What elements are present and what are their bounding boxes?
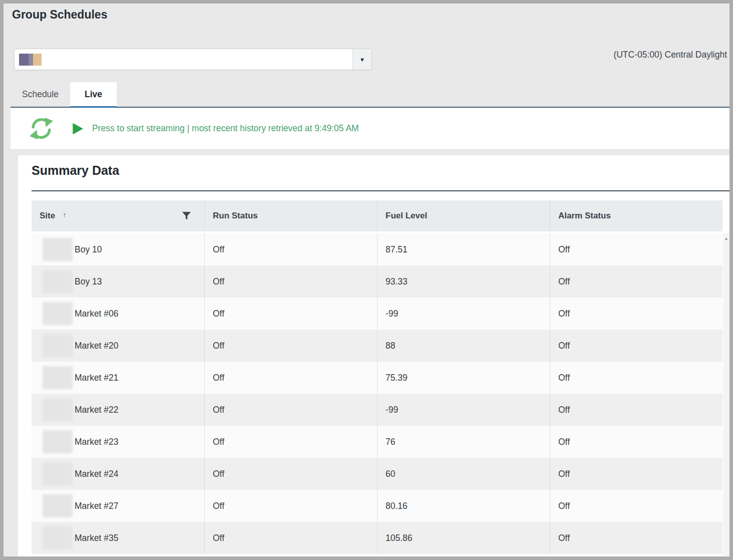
alarm-status-cell-text: Off <box>558 341 570 351</box>
site-cell-text: Market #06 <box>75 309 119 319</box>
site-cell: Boy 13 <box>32 265 204 298</box>
run-status-cell: Off <box>204 362 377 394</box>
fuel-level-cell: 87.51 <box>377 233 550 265</box>
alarm-status-cell: Off <box>550 362 722 394</box>
run-status-cell: Off <box>204 458 377 490</box>
site-cell-text: Market #24 <box>75 469 119 479</box>
fuel-level-cell-text: 75.39 <box>386 373 408 383</box>
summary-table: Site ↑ Run Status Fuel Level Alarm Statu… <box>32 200 722 556</box>
summary-data-heading: Summary Data <box>32 163 119 178</box>
site-cell: Market #20 <box>32 330 204 362</box>
fuel-level-cell: 88 <box>377 330 550 362</box>
stream-status-message[interactable]: Press to start streaming | most recent h… <box>92 123 359 134</box>
site-cell-text: Market #27 <box>75 501 119 511</box>
fuel-level-cell-text: 93.33 <box>386 276 408 287</box>
run-status-cell-text: Off <box>213 244 224 255</box>
table-scrollbar[interactable]: ▲ <box>723 233 729 556</box>
table-row[interactable]: Market #20Off88Off <box>32 330 722 362</box>
heading-divider <box>32 190 729 191</box>
fuel-level-cell-text: 88 <box>386 341 395 351</box>
alarm-status-cell: Off <box>550 265 722 298</box>
fuel-level-cell: 80.16 <box>377 490 550 522</box>
site-name-redacted-block <box>43 238 73 261</box>
sort-ascending-icon: ↑ <box>63 211 66 219</box>
site-cell-text: Boy 10 <box>75 244 102 255</box>
run-status-cell: Off <box>204 330 377 362</box>
site-cell-text: Market #23 <box>75 437 119 447</box>
alarm-status-cell-text: Off <box>558 437 570 447</box>
column-header-run-status[interactable]: Run Status <box>204 200 377 231</box>
run-status-cell: Off <box>204 233 377 265</box>
site-cell-text: Market #21 <box>75 373 119 383</box>
run-status-cell: Off <box>204 298 377 330</box>
tab-schedule[interactable]: Schedule <box>11 82 70 107</box>
run-status-cell: Off <box>204 265 377 298</box>
fuel-level-cell: 60 <box>377 458 550 490</box>
table-row[interactable]: Market #24Off60Off <box>32 458 722 490</box>
run-status-cell-text: Off <box>213 469 224 479</box>
table-row[interactable]: Market #21Off75.39Off <box>32 362 722 394</box>
site-cell-text: Market #22 <box>75 405 119 415</box>
selected-group-value-redacted <box>19 54 42 66</box>
column-label-site: Site <box>40 211 55 221</box>
column-header-alarm-status[interactable]: Alarm Status <box>550 200 722 231</box>
filter-icon[interactable] <box>182 212 191 220</box>
run-status-cell-text: Off <box>213 405 224 415</box>
run-status-cell-text: Off <box>213 533 224 543</box>
run-status-cell-text: Off <box>213 373 224 383</box>
chevron-down-icon: ▼ <box>359 57 365 63</box>
site-name-redacted-block <box>43 398 73 421</box>
site-name-redacted-block <box>43 494 73 517</box>
site-cell-text: Market #20 <box>75 341 119 351</box>
column-label-alarm-status: Alarm Status <box>558 211 611 221</box>
site-cell: Market #27 <box>32 490 204 522</box>
table-row[interactable]: Market #27Off80.16Off <box>32 490 722 522</box>
timezone-label: (UTC-05:00) Central Daylight <box>613 50 727 60</box>
fuel-level-cell: -99 <box>377 394 550 426</box>
site-cell: Market #35 <box>32 522 204 554</box>
site-cell-text: Market #35 <box>75 533 119 543</box>
run-status-cell: Off <box>204 522 377 554</box>
fuel-level-cell-text: 80.16 <box>386 501 408 511</box>
dropdown-button[interactable]: ▼ <box>352 49 372 70</box>
alarm-status-cell: Off <box>550 522 722 554</box>
alarm-status-cell: Off <box>550 298 722 330</box>
run-status-cell-text: Off <box>213 437 224 447</box>
site-cell: Boy 10 <box>32 233 204 265</box>
column-header-site[interactable]: Site ↑ <box>32 200 204 231</box>
group-selector-dropdown[interactable]: ▼ <box>14 49 372 70</box>
site-name-redacted-block <box>43 302 73 325</box>
summary-table-header: Site ↑ Run Status Fuel Level Alarm Statu… <box>32 200 722 231</box>
alarm-status-cell-text: Off <box>558 501 570 511</box>
site-cell-text: Boy 13 <box>75 276 102 287</box>
site-name-redacted-block <box>43 366 73 389</box>
tab-live[interactable]: Live <box>70 82 117 108</box>
table-row[interactable]: Boy 10Off87.51Off <box>32 233 722 265</box>
run-status-cell: Off <box>204 394 377 426</box>
site-name-redacted-block <box>43 334 73 357</box>
alarm-status-cell-text: Off <box>558 533 570 543</box>
alarm-status-cell: Off <box>550 426 722 458</box>
fuel-level-cell-text: 76 <box>386 437 395 447</box>
site-cell: Market #24 <box>32 458 204 490</box>
play-stream-button[interactable] <box>73 123 83 134</box>
column-label-run-status: Run Status <box>213 211 258 221</box>
alarm-status-cell: Off <box>550 394 722 426</box>
fuel-level-cell-text: 87.51 <box>386 244 408 255</box>
page-title: Group Schedules <box>12 8 107 22</box>
table-row[interactable]: Market #23Off76Off <box>32 426 722 458</box>
refresh-icon[interactable] <box>30 117 53 140</box>
alarm-status-cell-text: Off <box>558 309 570 319</box>
streaming-bar: Press to start streaming | most recent h… <box>11 108 729 150</box>
table-row[interactable]: Market #35Off105.86Off <box>32 522 722 554</box>
column-header-fuel-level[interactable]: Fuel Level <box>377 200 550 231</box>
fuel-level-cell: -99 <box>377 298 550 330</box>
table-row[interactable]: Boy 13Off93.33Off <box>32 265 722 298</box>
alarm-status-cell-text: Off <box>558 276 570 287</box>
table-row[interactable]: Market #22Off-99Off <box>32 394 722 426</box>
fuel-level-cell: 93.33 <box>377 265 550 298</box>
table-row[interactable]: Market #06Off-99Off <box>32 298 722 330</box>
alarm-status-cell: Off <box>550 490 722 522</box>
fuel-level-cell-text: 105.86 <box>386 533 413 543</box>
tab-strip: Schedule Live <box>11 82 729 108</box>
